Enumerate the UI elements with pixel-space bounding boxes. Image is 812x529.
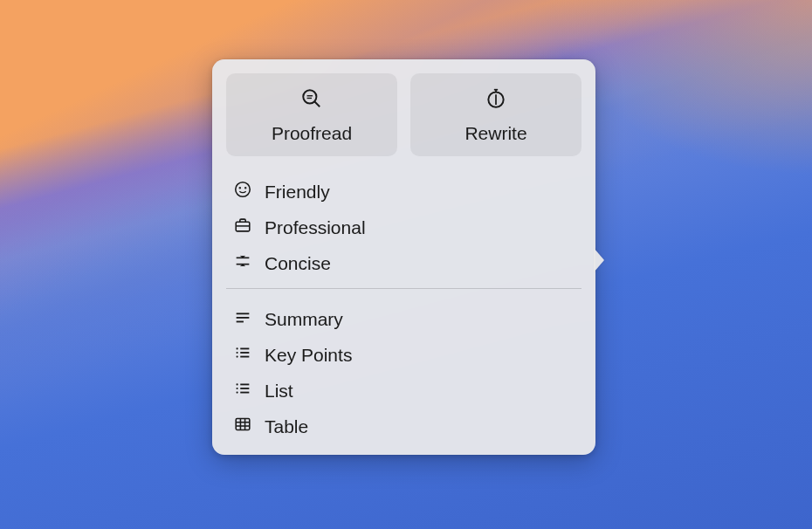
proofread-button[interactable]: Proofread: [226, 73, 397, 156]
rewrite-label: Rewrite: [464, 123, 526, 144]
summary-label: Summary: [265, 309, 343, 330]
svg-point-26: [236, 391, 237, 393]
rewrite-button[interactable]: Rewrite: [410, 73, 581, 156]
rewrite-icon: [485, 87, 507, 114]
svg-rect-30: [236, 419, 250, 430]
friendly-item[interactable]: Friendly: [230, 174, 578, 210]
concise-item[interactable]: Concise: [230, 245, 578, 281]
svg-point-18: [236, 347, 237, 349]
svg-point-20: [236, 355, 237, 357]
list-label: List: [265, 381, 293, 402]
menu-divider: [226, 288, 581, 289]
svg-point-0: [303, 90, 316, 103]
svg-point-10: [245, 188, 246, 189]
format-section: Summary Key Points: [226, 296, 581, 444]
bullet-list-icon: [233, 343, 252, 367]
popover-arrow: [594, 248, 604, 272]
svg-point-19: [236, 352, 237, 354]
professional-label: Professional: [265, 217, 366, 238]
svg-line-1: [314, 101, 320, 106]
table-icon: [233, 415, 252, 438]
friendly-label: Friendly: [265, 182, 330, 203]
keypoints-label: Key Points: [265, 345, 352, 366]
writing-tools-popover: Proofread Rewrite: [212, 59, 595, 455]
svg-point-8: [236, 182, 251, 197]
table-item[interactable]: Table: [230, 409, 578, 444]
svg-point-24: [236, 383, 237, 385]
proofread-label: Proofread: [272, 123, 352, 144]
summary-item[interactable]: Summary: [230, 301, 578, 337]
table-label: Table: [265, 416, 308, 437]
svg-point-9: [239, 188, 240, 189]
svg-point-25: [236, 388, 237, 389]
list-icon: [233, 379, 252, 402]
concise-icon: [233, 251, 252, 275]
briefcase-icon: [233, 216, 252, 239]
professional-item[interactable]: Professional: [230, 210, 578, 245]
list-item[interactable]: List: [230, 373, 578, 409]
keypoints-item[interactable]: Key Points: [230, 337, 578, 373]
tone-section: Friendly Professional: [226, 168, 581, 281]
magnifier-text-icon: [300, 87, 323, 114]
concise-label: Concise: [265, 253, 331, 274]
summary-icon: [233, 307, 252, 331]
smiley-icon: [233, 180, 252, 203]
top-buttons-row: Proofread Rewrite: [226, 73, 581, 156]
